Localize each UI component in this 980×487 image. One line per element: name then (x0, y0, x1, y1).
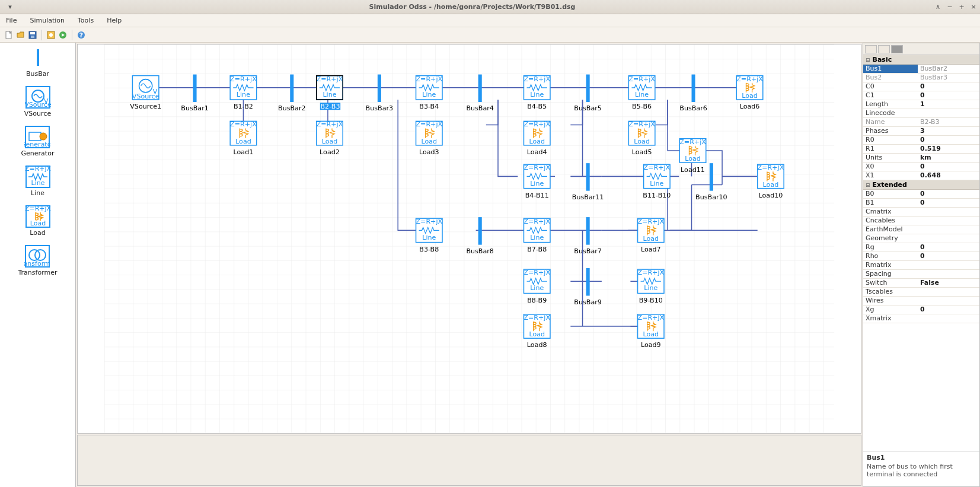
menu-simulation[interactable]: Simulation (30, 17, 65, 24)
canvas-busbar8[interactable] (478, 217, 482, 244)
window-minimize2-icon[interactable]: − (946, 3, 954, 11)
prop-bus2[interactable]: Bus2BusBar3 (863, 74, 979, 82)
prop-cncables[interactable]: Cncables (863, 217, 979, 225)
prop-xmatrix[interactable]: Xmatrix (863, 314, 979, 323)
prop-x0[interactable]: X00 (863, 163, 979, 171)
canvas-b2-b3[interactable] (317, 75, 343, 100)
prop-rmatrix[interactable]: Rmatrix (863, 261, 979, 270)
palette-load[interactable]: Z=R+jXLoad Load (25, 205, 51, 237)
canvas-busbar3[interactable] (378, 75, 381, 102)
palette-generator[interactable]: Generator Generator (21, 126, 55, 157)
canvas-load10[interactable] (758, 164, 784, 188)
prop-x1[interactable]: X10.648 (863, 171, 979, 180)
prop-r1[interactable]: R10.519 (863, 145, 979, 154)
canvas-vsource1[interactable]: V VSource (132, 76, 159, 100)
canvas-busbar7[interactable] (586, 217, 590, 244)
prop-view-alphabetical-icon[interactable] (878, 45, 890, 53)
canvas-load11[interactable] (679, 138, 706, 163)
open-file-icon[interactable] (15, 30, 26, 40)
prop-length[interactable]: Length1 (863, 100, 979, 109)
prop-earthmodel[interactable]: EarthModel (863, 225, 979, 234)
prop-spacing[interactable]: Spacing (863, 270, 979, 279)
canvas-busbar5[interactable] (586, 75, 590, 102)
canvas-busbar4[interactable] (478, 75, 482, 102)
prop-tscables[interactable]: Tscables (863, 288, 979, 297)
canvas-load1-label: Load1 (234, 148, 254, 156)
window-minimize-icon[interactable]: ∧ (934, 3, 942, 11)
window-menu-icon[interactable]: ▾ (6, 3, 14, 11)
canvas-b8-b9[interactable] (523, 269, 550, 293)
canvas-busbar2[interactable] (290, 75, 293, 102)
canvas-busbar11[interactable] (586, 163, 590, 190)
menu-file[interactable]: File (6, 17, 17, 24)
svg-text:Line: Line (31, 179, 44, 187)
prop-bus1[interactable]: Bus1BusBar2 (863, 65, 979, 74)
palette-line[interactable]: Z=R+jXLine Line (25, 165, 51, 197)
new-file-icon[interactable] (4, 30, 14, 40)
palette-busbar[interactable]: BusBar (25, 46, 51, 78)
canvas-load4[interactable] (523, 120, 550, 145)
canvas-b4-b11-label: B4-B11 (525, 192, 549, 199)
svg-text:Generator: Generator (24, 141, 50, 148)
canvas-busbar9[interactable] (586, 268, 590, 295)
schematic-canvas[interactable]: Z=R+jX Line Z=R+jX Load (77, 44, 861, 434)
canvas-b3-b4[interactable] (416, 75, 442, 100)
status-bar (77, 435, 861, 486)
prop-rho[interactable]: Rho0 (863, 252, 979, 261)
prop-r0[interactable]: R00 (863, 136, 979, 145)
section-extended[interactable]: Extended (863, 180, 979, 190)
canvas-b9-b10[interactable] (637, 269, 664, 293)
prop-cmatrix[interactable]: Cmatrix (863, 208, 979, 217)
canvas-busbar1[interactable] (193, 75, 197, 102)
menu-tools[interactable]: Tools (78, 17, 94, 24)
svg-point-16 (40, 133, 47, 140)
window-close-icon[interactable]: × (969, 3, 978, 11)
prop-wires[interactable]: Wires (863, 297, 979, 305)
menubar: File Simulation Tools Help (0, 14, 980, 27)
svg-text:Z=R+jX: Z=R+jX (25, 165, 51, 173)
canvas-b1-b2[interactable] (230, 75, 257, 100)
canvas-load2[interactable] (317, 120, 343, 145)
palette-transformer[interactable]: Transformer Transformer (18, 245, 57, 276)
prop-switch[interactable]: SwitchFalse (863, 279, 979, 288)
prop-phases[interactable]: Phases3 (863, 127, 979, 136)
prop-b0[interactable]: B00 (863, 190, 979, 199)
prop-units[interactable]: Unitskm (863, 154, 979, 163)
prop-xg[interactable]: Xg0 (863, 305, 979, 314)
canvas-load3[interactable] (416, 120, 442, 145)
canvas-load9[interactable] (637, 314, 664, 338)
canvas-load8[interactable] (523, 314, 550, 338)
settings-icon[interactable] (46, 30, 56, 40)
palette-transformer-label: Transformer (18, 269, 57, 276)
prop-view-categorized-icon[interactable] (865, 45, 877, 53)
help-icon[interactable]: ? (76, 30, 87, 40)
canvas-b11-b10-label: B11-B10 (643, 192, 671, 199)
canvas-load7[interactable] (637, 218, 664, 242)
canvas-busbar6[interactable] (692, 75, 695, 102)
svg-text:Load: Load (30, 219, 45, 227)
canvas-b4-b11[interactable] (523, 164, 550, 188)
canvas-b11-b10[interactable] (644, 164, 671, 188)
prop-linecode[interactable]: Linecode (863, 109, 979, 118)
section-basic[interactable]: Basic (863, 55, 979, 65)
prop-rg[interactable]: Rg0 (863, 243, 979, 252)
canvas-b3-b8[interactable] (416, 218, 442, 242)
window-maximize-icon[interactable]: + (957, 3, 966, 11)
prop-c0[interactable]: C00 (863, 82, 979, 91)
prop-view-pages-icon[interactable] (891, 45, 903, 53)
canvas-load5[interactable] (628, 120, 655, 145)
canvas-busbar10[interactable] (710, 163, 713, 190)
save-file-icon[interactable] (27, 30, 38, 40)
prop-geometry[interactable]: Geometry (863, 234, 979, 243)
palette-vsource[interactable]: VVSource VSource (24, 86, 51, 117)
canvas-b5-b6[interactable] (628, 75, 655, 100)
run-icon[interactable] (58, 30, 68, 40)
prop-c1[interactable]: C10 (863, 91, 979, 100)
menu-help[interactable]: Help (107, 17, 122, 24)
canvas-load1[interactable] (230, 120, 257, 145)
prop-b1[interactable]: B10 (863, 199, 979, 208)
prop-name[interactable]: NameB2-B3 (863, 118, 979, 127)
canvas-b7-b8[interactable] (523, 218, 550, 242)
canvas-b4-b5[interactable] (523, 75, 550, 100)
canvas-load6[interactable] (736, 75, 763, 100)
